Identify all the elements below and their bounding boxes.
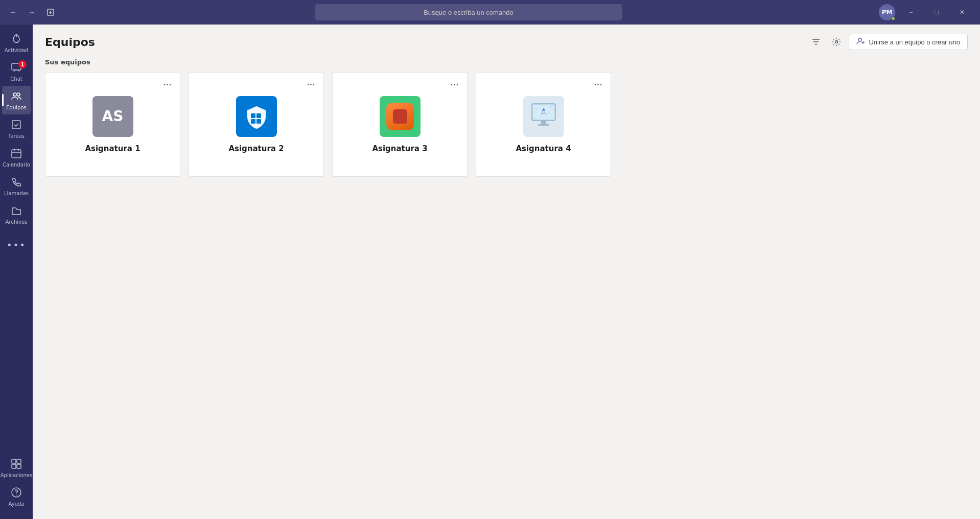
sidebar-item-tareas[interactable]: Tareas (2, 114, 31, 143)
sidebar-item-label: Archivos (6, 219, 28, 225)
team-card-asignatura3[interactable]: ··· Asignatura 3 (332, 72, 468, 177)
team-card-menu-3[interactable]: ··· (448, 78, 462, 92)
sidebar-bottom: Aplicaciones Ayuda (2, 454, 31, 515)
team-logo-1: AS (92, 96, 133, 137)
help-icon (11, 487, 22, 500)
sidebar-item-label: Aplicaciones (1, 473, 32, 478)
svg-point-22 (835, 41, 838, 43)
team-logo-2 (236, 96, 277, 137)
teams-grid: ··· AS Asignatura 1 ··· (33, 72, 980, 177)
svg-rect-33 (538, 124, 549, 126)
join-icon (856, 36, 866, 48)
team-name-3: Asignatura 3 (372, 144, 427, 153)
svg-rect-32 (541, 121, 546, 125)
sidebar-item-apps[interactable]: Aplicaciones (2, 454, 31, 482)
calendario-icon (11, 148, 22, 160)
sidebar-item-label: Ayuda (9, 501, 25, 507)
svg-rect-28 (251, 119, 255, 124)
settings-button[interactable] (828, 34, 845, 50)
sidebar-item-label: Chat (10, 76, 22, 82)
minimize-button[interactable]: − (899, 4, 923, 20)
svg-point-18 (16, 494, 17, 496)
titlebar-right: PM − □ ✕ (879, 4, 974, 20)
team-logo-4 (523, 96, 564, 137)
team-card-asignatura1[interactable]: ··· AS Asignatura 1 (45, 72, 180, 177)
close-button[interactable]: ✕ (950, 4, 974, 20)
svg-point-37 (548, 112, 549, 113)
svg-point-35 (535, 108, 536, 109)
svg-rect-29 (256, 119, 261, 124)
header-actions: Unirse a un equipo o crear uno (808, 34, 968, 50)
team-card-asignatura4[interactable]: ··· (476, 72, 611, 177)
svg-rect-8 (12, 121, 20, 129)
more-icon: ••• (7, 241, 26, 250)
sidebar-item-label: Actividad (5, 48, 28, 53)
svg-point-6 (13, 93, 16, 96)
team-card-menu-4[interactable]: ··· (591, 78, 605, 92)
svg-rect-16 (17, 464, 21, 468)
sidebar-item-actividad[interactable]: Actividad (2, 29, 31, 57)
forward-button[interactable]: → (25, 5, 39, 19)
svg-point-7 (17, 93, 20, 96)
search-input[interactable] (315, 4, 622, 20)
svg-rect-26 (251, 113, 255, 118)
team-card-menu-2[interactable]: ··· (304, 78, 318, 92)
titlebar-left: ← → (6, 5, 58, 20)
sidebar-item-equipos[interactable]: Equipos (2, 86, 31, 114)
svg-point-34 (543, 111, 545, 113)
team-name-1: Asignatura 1 (85, 144, 140, 153)
chat-badge: 1 (18, 60, 27, 68)
main-layout: Actividad 1 Chat Equipos (0, 25, 980, 519)
join-team-button[interactable]: Unirse a un equipo o crear uno (849, 34, 968, 50)
team-name-4: Asignatura 4 (516, 144, 571, 153)
content-area: Equipos (33, 25, 980, 519)
sidebar-item-label: Equipos (6, 105, 26, 110)
sidebar-item-help[interactable]: Ayuda (2, 482, 31, 511)
avatar-status-dot (891, 16, 895, 20)
actividad-icon (11, 33, 22, 46)
svg-rect-27 (256, 113, 261, 118)
avatar[interactable]: PM (879, 4, 895, 20)
sidebar-item-more[interactable]: ••• (2, 231, 31, 260)
svg-rect-15 (12, 464, 16, 468)
team-name-2: Asignatura 2 (228, 144, 284, 153)
team-card-menu-1[interactable]: ··· (160, 78, 175, 92)
sidebar-item-label: Tareas (8, 133, 25, 139)
svg-rect-14 (17, 459, 21, 463)
sidebar-item-archivos[interactable]: Archivos (2, 200, 31, 229)
svg-rect-9 (12, 150, 21, 158)
search-bar[interactable] (315, 4, 622, 20)
sidebar-item-llamadas[interactable]: Llamadas (2, 172, 31, 200)
page-title: Equipos (45, 36, 95, 49)
svg-point-36 (550, 106, 551, 107)
llamadas-icon (11, 176, 22, 189)
archivos-icon (11, 205, 22, 218)
back-button[interactable]: ← (6, 5, 20, 19)
equipos-icon (11, 90, 22, 103)
section-label: Sus equipos (33, 56, 980, 72)
sidebar-item-label: Llamadas (4, 191, 29, 196)
tareas-icon (11, 119, 22, 132)
sidebar-item-chat[interactable]: 1 Chat (2, 57, 31, 86)
sidebar-item-calendario[interactable]: Calendario (2, 143, 31, 172)
titlebar: ← → PM − □ ✕ (0, 0, 980, 25)
sidebar-item-label: Calendario (3, 162, 30, 168)
filter-button[interactable] (808, 34, 824, 50)
join-button-label: Unirse a un equipo o crear uno (869, 38, 960, 46)
svg-rect-13 (12, 459, 16, 463)
maximize-button[interactable]: □ (925, 4, 948, 20)
compose-button[interactable] (43, 5, 58, 20)
team-card-asignatura2[interactable]: ··· Asignatura 2 (189, 72, 324, 177)
team-logo-3 (380, 96, 421, 137)
svg-point-23 (858, 38, 861, 41)
apps-icon (11, 458, 22, 471)
sidebar: Actividad 1 Chat Equipos (0, 25, 33, 519)
page-header: Equipos (33, 25, 980, 56)
